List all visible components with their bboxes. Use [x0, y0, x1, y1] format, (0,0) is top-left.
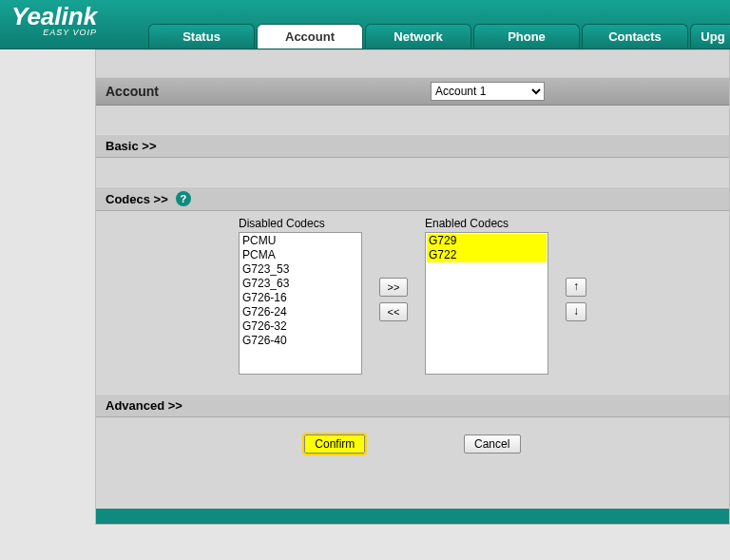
basic-label: Basic >>: [106, 139, 157, 153]
tab-contacts[interactable]: Contacts: [582, 24, 688, 48]
tab-phone[interactable]: Phone: [473, 24, 580, 48]
move-up-button[interactable]: ↑: [566, 278, 586, 297]
list-item[interactable]: G726-40: [240, 334, 360, 348]
spacer: [96, 106, 729, 134]
account-header-label: Account: [106, 84, 159, 99]
codecs-label: Codecs >>: [106, 192, 168, 206]
account-select[interactable]: Account 1: [431, 82, 545, 101]
tab-network[interactable]: Network: [365, 24, 471, 48]
list-item[interactable]: G726-16: [240, 291, 360, 305]
enabled-codecs-label: Enabled Codecs: [425, 217, 548, 230]
list-item[interactable]: PCMA: [240, 248, 360, 262]
list-item[interactable]: PCMU: [240, 234, 360, 248]
tab-status[interactable]: Status: [148, 24, 255, 48]
confirm-button[interactable]: Confirm: [304, 434, 365, 454]
move-right-button[interactable]: >>: [379, 278, 408, 297]
top-bar: Yealink EASY VOIP StatusAccountNetworkPh…: [0, 0, 730, 49]
list-item[interactable]: G722: [427, 248, 547, 262]
codecs-section-toggle[interactable]: Codecs >> ?: [96, 186, 729, 211]
move-buttons: >> <<: [379, 278, 408, 321]
enabled-column: Enabled Codecs G729G722: [425, 217, 548, 375]
nav-tabs: StatusAccountNetworkPhoneContactsUpg: [148, 24, 730, 48]
logo: Yealink EASY VOIP: [11, 2, 97, 37]
disabled-column: Disabled Codecs PCMUPCMAG723_53G723_63G7…: [239, 217, 362, 375]
cancel-button[interactable]: Cancel: [464, 434, 521, 454]
tab-upg[interactable]: Upg: [690, 24, 730, 48]
footer-bar: [96, 509, 729, 524]
list-item[interactable]: G723_53: [240, 262, 360, 277]
basic-section-toggle[interactable]: Basic >>: [96, 134, 729, 158]
list-item[interactable]: G729: [427, 234, 547, 248]
move-down-button[interactable]: ↓: [566, 302, 586, 321]
codecs-body: Disabled Codecs PCMUPCMAG723_53G723_63G7…: [96, 211, 729, 394]
order-buttons: ↑ ↓: [566, 278, 586, 321]
help-icon[interactable]: ?: [176, 191, 191, 206]
list-item[interactable]: G726-24: [240, 305, 360, 319]
tab-account[interactable]: Account: [257, 24, 363, 48]
move-left-button[interactable]: <<: [379, 302, 408, 321]
list-item[interactable]: G726-32: [240, 319, 360, 334]
page: Account Account 1 Basic >> Codecs >> ? D…: [0, 49, 730, 525]
content-panel: Account Account 1 Basic >> Codecs >> ? D…: [95, 49, 730, 525]
list-item[interactable]: G723_63: [240, 277, 360, 291]
disabled-codecs-list[interactable]: PCMUPCMAG723_53G723_63G726-16G726-24G726…: [239, 232, 362, 375]
account-header-row: Account Account 1: [96, 77, 729, 106]
disabled-codecs-label: Disabled Codecs: [239, 217, 362, 230]
advanced-section-toggle[interactable]: Advanced >>: [96, 394, 729, 417]
button-row: Confirm Cancel: [96, 417, 729, 471]
enabled-codecs-list[interactable]: G729G722: [425, 232, 548, 375]
advanced-label: Advanced >>: [106, 398, 182, 413]
spacer: [96, 158, 729, 186]
